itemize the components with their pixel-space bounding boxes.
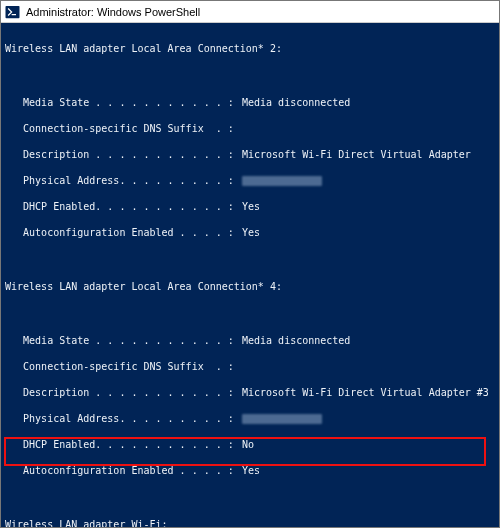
media-state-row: Media State . . . . . . . . . . . : Medi… bbox=[5, 334, 499, 347]
titlebar[interactable]: Administrator: Windows PowerShell bbox=[1, 1, 499, 23]
dhcp-enabled-label: DHCP Enabled. . . . . . . . . . . : bbox=[5, 200, 242, 213]
blank-line bbox=[5, 308, 499, 321]
physical-address-label: Physical Address. . . . . . . . . : bbox=[5, 412, 242, 425]
powershell-window: Administrator: Windows PowerShell Wirele… bbox=[0, 0, 500, 528]
dns-suffix-label: Connection-specific DNS Suffix . : bbox=[5, 360, 242, 373]
dhcp-enabled-row: DHCP Enabled. . . . . . . . . . . : Yes bbox=[5, 200, 499, 213]
media-state-row: Media State . . . . . . . . . . . : Medi… bbox=[5, 96, 499, 109]
media-state-value: Media disconnected bbox=[242, 96, 350, 109]
description-row: Description . . . . . . . . . . . : Micr… bbox=[5, 148, 499, 161]
description-row: Description . . . . . . . . . . . : Micr… bbox=[5, 386, 499, 399]
autoconf-label: Autoconfiguration Enabled . . . . : bbox=[5, 464, 242, 477]
dhcp-enabled-row: DHCP Enabled. . . . . . . . . . . : No bbox=[5, 438, 499, 451]
physical-address-label: Physical Address. . . . . . . . . : bbox=[5, 174, 242, 187]
description-label: Description . . . . . . . . . . . : bbox=[5, 148, 242, 161]
autoconf-value: Yes bbox=[242, 464, 260, 477]
window-title: Administrator: Windows PowerShell bbox=[26, 6, 200, 18]
physical-address-row: Physical Address. . . . . . . . . : bbox=[5, 412, 499, 425]
blank-line bbox=[5, 252, 499, 265]
adapter-header-lan2: Wireless LAN adapter Local Area Connecti… bbox=[5, 42, 499, 55]
svg-rect-0 bbox=[6, 5, 20, 17]
media-state-label: Media State . . . . . . . . . . . : bbox=[5, 96, 242, 109]
description-value: Microsoft Wi-Fi Direct Virtual Adapter #… bbox=[242, 386, 489, 399]
dns-suffix-row: Connection-specific DNS Suffix . : bbox=[5, 360, 499, 373]
blank-line bbox=[5, 70, 499, 83]
adapter-header-wifi: Wireless LAN adapter Wi-Fi: bbox=[5, 518, 499, 527]
physical-address-value bbox=[242, 412, 322, 425]
autoconf-row: Autoconfiguration Enabled . . . . : Yes bbox=[5, 464, 499, 477]
dns-suffix-row: Connection-specific DNS Suffix . : bbox=[5, 122, 499, 135]
autoconf-value: Yes bbox=[242, 226, 260, 239]
dns-suffix-label: Connection-specific DNS Suffix . : bbox=[5, 122, 242, 135]
media-state-label: Media State . . . . . . . . . . . : bbox=[5, 334, 242, 347]
description-value: Microsoft Wi-Fi Direct Virtual Adapter bbox=[242, 148, 471, 161]
autoconf-row: Autoconfiguration Enabled . . . . : Yes bbox=[5, 226, 499, 239]
physical-address-row: Physical Address. . . . . . . . . : bbox=[5, 174, 499, 187]
dhcp-enabled-value: Yes bbox=[242, 200, 260, 213]
dhcp-enabled-value: No bbox=[242, 438, 254, 451]
blank-line bbox=[5, 490, 499, 503]
media-state-value: Media disconnected bbox=[242, 334, 350, 347]
adapter-header-lan4: Wireless LAN adapter Local Area Connecti… bbox=[5, 280, 499, 293]
description-label: Description . . . . . . . . . . . : bbox=[5, 386, 242, 399]
terminal-output[interactable]: Wireless LAN adapter Local Area Connecti… bbox=[1, 23, 499, 527]
physical-address-value bbox=[242, 174, 322, 187]
autoconf-label: Autoconfiguration Enabled . . . . : bbox=[5, 226, 242, 239]
dhcp-enabled-label: DHCP Enabled. . . . . . . . . . . : bbox=[5, 438, 242, 451]
powershell-icon bbox=[5, 5, 20, 19]
